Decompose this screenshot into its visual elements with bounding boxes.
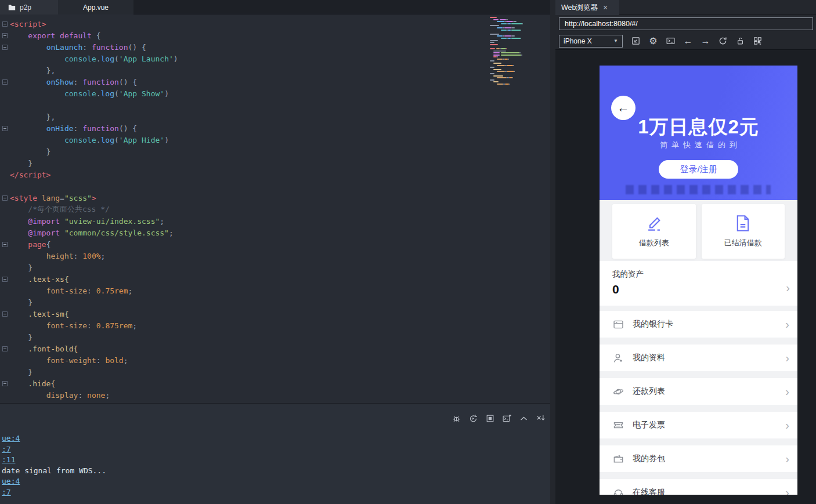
console-icon[interactable] — [666, 36, 676, 46]
code-text: onHide: function() { — [10, 124, 137, 133]
code-line[interactable]: console.log('App Launch') — [0, 53, 550, 64]
menu-item[interactable]: 我的银行卡› — [600, 311, 797, 338]
code-line[interactable]: console.log('App Show') — [0, 88, 550, 99]
fold-toggle-icon[interactable] — [2, 277, 8, 282]
code-line[interactable]: } — [0, 157, 550, 169]
minimap-row — [490, 50, 539, 52]
code-line[interactable]: .text-xs{ — [0, 273, 550, 285]
code-line[interactable]: } — [0, 296, 550, 308]
document-icon[interactable] — [733, 213, 753, 233]
console-log-line[interactable]: ue:4 — [2, 476, 106, 487]
code-line[interactable] — [0, 180, 550, 192]
fold-toggle-icon[interactable] — [2, 195, 8, 201]
minimap-row — [490, 31, 539, 32]
code-text: } — [10, 159, 33, 168]
url-input[interactable]: http://localhost:8080/#/ — [559, 17, 813, 30]
clear-icon[interactable] — [536, 414, 546, 423]
lock-icon[interactable] — [735, 36, 745, 46]
restart-icon[interactable] — [468, 414, 478, 423]
code-line[interactable]: height: 100%; — [0, 250, 550, 262]
code-line[interactable]: onHide: function() { — [0, 122, 550, 134]
open-external-icon[interactable] — [631, 36, 641, 46]
code-editor[interactable]: <script> export default { onLaunch: func… — [0, 14, 550, 403]
code-line[interactable]: /*每个页面公共css */ — [0, 204, 550, 215]
code-line[interactable]: font-size: 0.75rem; — [0, 285, 550, 296]
code-line[interactable]: </script> — [0, 169, 550, 180]
folder-icon — [8, 4, 16, 10]
code-line[interactable]: } — [0, 262, 550, 273]
forward-icon[interactable]: → — [701, 36, 710, 46]
code-line[interactable]: <script> — [0, 18, 550, 30]
fold-toggle-icon[interactable] — [2, 45, 8, 50]
device-selector[interactable]: iPhone X ▼ — [559, 35, 623, 48]
minimap-row — [490, 34, 539, 35]
tab-web-browser[interactable]: Web浏览器 × — [555, 0, 619, 15]
console-log-line[interactable]: ue:4 — [2, 433, 106, 444]
code-line[interactable]: font-weight: bold; — [0, 354, 550, 366]
code-line[interactable]: }, — [0, 111, 550, 122]
fold-toggle-icon[interactable] — [2, 33, 8, 38]
collapse-icon[interactable] — [519, 414, 529, 423]
code-line[interactable]: } — [0, 146, 550, 157]
planet-icon[interactable] — [612, 386, 624, 398]
console-log-line[interactable]: :7 — [2, 487, 106, 498]
login-register-button[interactable]: 登录/注册 — [659, 160, 738, 179]
fold-toggle-icon[interactable] — [2, 21, 8, 27]
fold-toggle-icon[interactable] — [2, 79, 8, 85]
ide-window: p2p App.vue <script> export default { on… — [0, 0, 816, 504]
code-line[interactable]: } — [0, 331, 550, 343]
tab-project-p2p[interactable]: p2p — [0, 0, 58, 14]
invoice-icon[interactable] — [612, 419, 624, 432]
menu-item[interactable]: 电子发票› — [600, 412, 797, 438]
tab-file-appvue[interactable]: App.vue — [58, 0, 133, 14]
console-log-line[interactable]: :11 — [2, 455, 106, 466]
my-assets-row[interactable]: 我的资产 0 › — [600, 261, 797, 306]
profile-icon[interactable] — [612, 352, 624, 364]
code-line[interactable]: display: none; — [0, 389, 550, 401]
stop-icon[interactable] — [485, 414, 495, 423]
fold-toggle-icon[interactable] — [2, 311, 8, 317]
code-line[interactable]: onShow: function() { — [0, 76, 550, 88]
code-line[interactable]: font-size: 0.875rem; — [0, 320, 550, 331]
code-line[interactable]: .font-bold{ — [0, 343, 550, 354]
minimap-row — [490, 56, 539, 57]
quick-card[interactable]: 已结清借款 — [702, 204, 785, 259]
code-line[interactable]: <style lang="scss"> — [0, 192, 550, 204]
panel-splitter[interactable] — [550, 0, 555, 504]
pencil-icon[interactable] — [644, 213, 664, 233]
code-line[interactable]: @import "common/css/style.scss"; — [0, 227, 550, 238]
code-line[interactable]: console.log('App Hide') — [0, 134, 550, 146]
minimap[interactable] — [490, 17, 539, 86]
code-line[interactable]: onLaunch: function() { — [0, 41, 550, 53]
back-icon[interactable]: ← — [683, 36, 693, 46]
code-line[interactable]: .hide{ — [0, 378, 550, 389]
console-log-line[interactable]: :7 — [2, 444, 106, 455]
debug-icon[interactable] — [452, 414, 461, 423]
code-text: height: 100%; — [10, 252, 105, 260]
headset-icon[interactable] — [612, 487, 624, 495]
fold-toggle-icon[interactable] — [2, 242, 8, 247]
code-line[interactable]: @import "uview-ui/index.scss"; — [0, 215, 550, 227]
refresh-icon[interactable] — [718, 36, 728, 46]
wallet-icon[interactable] — [612, 453, 624, 465]
code-line[interactable]: export default { — [0, 30, 550, 41]
menu-item[interactable]: 在线客服› — [600, 479, 797, 495]
menu-item[interactable]: 我的资料› — [600, 345, 797, 371]
code-line[interactable]: }, — [0, 64, 550, 76]
qrcode-icon[interactable] — [753, 36, 763, 46]
menu-item[interactable]: 还款列表› — [600, 378, 797, 405]
fold-toggle-icon[interactable] — [2, 381, 8, 386]
new-terminal-icon[interactable] — [502, 414, 512, 423]
quick-card[interactable]: 借款列表 — [612, 204, 696, 259]
code-line[interactable]: page{ — [0, 238, 550, 250]
code-line[interactable]: .text-sm{ — [0, 308, 550, 320]
code-text: <script> — [10, 20, 46, 28]
settings-icon[interactable]: ⚙ — [648, 36, 658, 46]
fold-toggle-icon[interactable] — [2, 346, 8, 351]
code-line[interactable]: } — [0, 366, 550, 378]
menu-item[interactable]: 我的券包› — [600, 445, 797, 472]
fold-toggle-icon[interactable] — [2, 126, 8, 131]
code-line[interactable] — [0, 99, 550, 111]
close-icon[interactable]: × — [603, 3, 608, 12]
bank-card-icon[interactable] — [612, 318, 624, 331]
